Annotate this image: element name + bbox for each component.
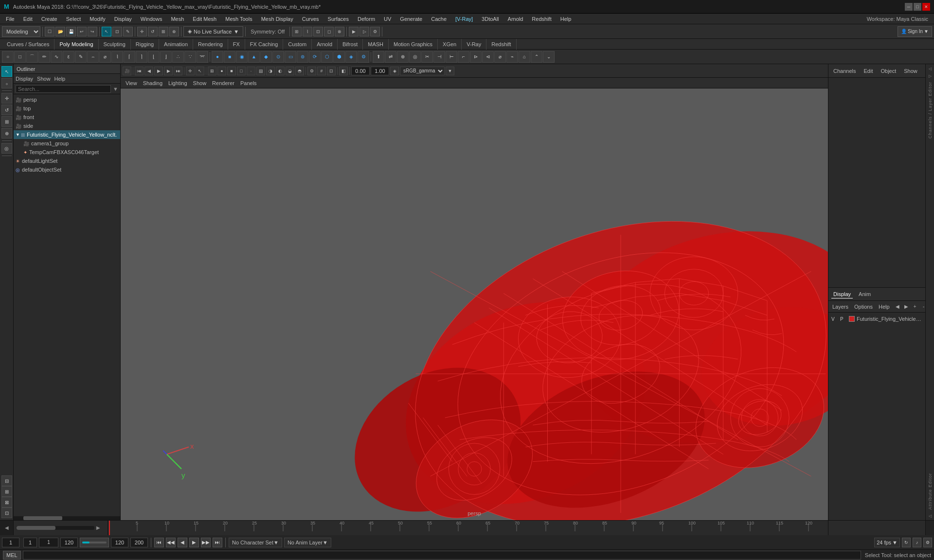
layer-add-icon[interactable]: + <box>911 303 919 311</box>
select-tool[interactable]: ↖ <box>1 66 12 77</box>
no-character-set-btn[interactable]: No Character Set ▼ <box>229 538 282 547</box>
layer-row[interactable]: V P Futuristic_Flying_Vehicle_Yello <box>829 314 924 324</box>
shelf-arc[interactable]: ⌒ <box>26 51 38 63</box>
vp-menu-lighting[interactable]: Lighting <box>165 79 190 87</box>
object-tab[interactable]: Object <box>879 67 898 75</box>
vp-smooth-icon[interactable]: ● <box>217 67 226 75</box>
menu-curves[interactable]: Curves <box>298 15 323 23</box>
shelf-square[interactable]: □ <box>14 51 26 63</box>
vp-menu-renderer[interactable]: Renderer <box>209 79 237 87</box>
outliner-item-lightset[interactable]: ☀ defaultLightSet <box>14 157 120 165</box>
layers-sub-btn[interactable]: Layers <box>830 303 850 311</box>
snap-surface-icon[interactable]: ◻ <box>324 27 334 36</box>
shelf-smooth[interactable]: ⌀ <box>494 51 506 63</box>
search-input[interactable] <box>16 85 111 93</box>
menu-redshift[interactable]: Redshift <box>528 15 555 23</box>
vp-camera-settings[interactable]: ⚙ <box>307 67 316 75</box>
shelf-curve3[interactable]: ⌉ <box>136 51 147 63</box>
outliner-scroll-thumb[interactable] <box>23 516 62 520</box>
rotate-icon[interactable]: ↺ <box>148 27 158 36</box>
tab-xgen[interactable]: XGen <box>438 39 462 50</box>
range-end-input2[interactable] <box>111 538 128 547</box>
menu-windows[interactable]: Windows <box>137 15 166 23</box>
shelf-helix[interactable]: ⟳ <box>309 51 321 63</box>
shelf-poke[interactable]: ⊳ <box>470 51 482 63</box>
tab-curves-surfaces[interactable]: Curves / Surfaces <box>2 39 54 50</box>
tl-outliner-scrollbar-thumb[interactable] <box>17 526 55 530</box>
maximize-btn[interactable]: □ <box>914 3 921 11</box>
vp-shadow-icon[interactable]: ◑ <box>266 67 275 75</box>
layer-v-check[interactable]: V <box>831 316 838 322</box>
new-scene-icon[interactable]: ☐ <box>45 27 54 36</box>
outliner-item-top[interactable]: 🎥 top <box>14 104 120 113</box>
shelf-extrude[interactable]: ⬆ <box>373 51 384 63</box>
vp-show-grid[interactable]: # <box>317 67 326 75</box>
play-fwd-btn[interactable]: ▶ <box>189 538 199 547</box>
shelf-sphere[interactable]: ● <box>212 51 223 63</box>
vp-iso-select[interactable]: ◧ <box>339 67 348 75</box>
shelf-circle[interactable]: ○ <box>2 51 14 63</box>
move-tool[interactable]: ✛ <box>1 93 12 104</box>
quick-layout4-icon[interactable]: ⊡ <box>1 508 12 518</box>
universal-manip-icon[interactable]: ⊕ <box>169 27 179 36</box>
viewport-canvas[interactable]: x y persp <box>121 88 828 520</box>
tab-custom[interactable]: Custom <box>283 39 312 50</box>
scale-tool[interactable]: ⊞ <box>1 116 12 127</box>
layer-color-swatch[interactable] <box>849 316 855 322</box>
mel-label[interactable]: MEL <box>3 551 21 560</box>
shelf-connect[interactable]: ⊣ <box>433 51 445 63</box>
shelf-bezier[interactable]: ∿ <box>51 51 62 63</box>
shelf-torus[interactable]: ⊙ <box>272 51 284 63</box>
make-live-icon[interactable]: ⊗ <box>335 27 344 36</box>
menu-arnold[interactable]: Arnold <box>504 15 527 23</box>
tab-rigging[interactable]: Rigging <box>131 39 159 50</box>
shelf-sculpt[interactable]: ⌁ <box>506 51 518 63</box>
play-back-btn[interactable]: ◀ <box>178 538 187 547</box>
help-sub-btn[interactable]: Help <box>877 303 892 311</box>
show-manip-tool[interactable]: ⊕ <box>1 128 12 139</box>
tab-bifrost[interactable]: Bifrost <box>338 39 363 50</box>
timeline-track[interactable]: 5 10 15 20 25 30 35 40 45 50 5 <box>108 521 828 535</box>
snap-point-icon[interactable]: ⊡ <box>313 27 323 36</box>
shelf-gear[interactable]: ⚙ <box>358 51 369 63</box>
tab-vray[interactable]: V-Ray <box>462 39 486 50</box>
shelf-cylinder[interactable]: ◉ <box>236 51 248 63</box>
frame-range-bar[interactable]: 1 <box>39 538 58 547</box>
menu-mesh-tools[interactable]: Mesh Tools <box>221 15 256 23</box>
menu-create[interactable]: Create <box>37 15 61 23</box>
vp-hud-icon[interactable]: ⊡ <box>327 67 336 75</box>
rotate-tool[interactable]: ↺ <box>1 105 12 115</box>
tab-arnold[interactable]: Arnold <box>312 39 338 50</box>
outliner-item-camera-group[interactable]: 🎥 camera1_group <box>14 139 120 148</box>
vp-menu-view[interactable]: View <box>123 79 140 87</box>
mode-dropdown[interactable]: Modeling Rigging Animation <box>2 26 40 37</box>
sign-in-btn[interactable]: 👤 Sign In ▼ <box>898 26 932 37</box>
open-scene-icon[interactable]: 📂 <box>55 27 65 36</box>
snap-curve-icon[interactable]: ⌇ <box>303 27 312 36</box>
select-icon[interactable]: ↖ <box>102 27 111 36</box>
shelf-reduce[interactable]: ⊲ <box>482 51 494 63</box>
menu-surfaces[interactable]: Surfaces <box>324 15 353 23</box>
tab-sculpting[interactable]: Sculpting <box>99 39 131 50</box>
audio-btn[interactable]: ♪ <box>913 538 921 547</box>
tl-outliner-scroll-left[interactable]: ◀ <box>0 521 14 535</box>
scale-icon[interactable]: ⊞ <box>159 27 168 36</box>
paint-tool[interactable]: ⬦ <box>1 78 12 88</box>
shelf-wedge[interactable]: ⊢ <box>446 51 457 63</box>
vp-prev-frame[interactable]: ⏮ <box>135 67 144 75</box>
outliner-item-persp[interactable]: 🎥 persp <box>14 95 120 104</box>
vp-menu-panels[interactable]: Panels <box>237 79 260 87</box>
show-tab[interactable]: Show <box>902 67 919 75</box>
tab-rendering[interactable]: Rendering <box>193 39 228 50</box>
layer-p-check[interactable]: P <box>840 316 847 322</box>
vp-motion-blur-icon[interactable]: ◒ <box>286 67 294 75</box>
vp-flat-icon[interactable]: ■ <box>227 67 236 75</box>
save-scene-icon[interactable]: 💾 <box>66 27 76 36</box>
paint-select-icon[interactable]: ✎ <box>123 27 133 36</box>
settings-btn[interactable]: ⚙ <box>923 538 932 547</box>
shelf-super-ellipse[interactable]: ◈ <box>345 51 357 63</box>
vp-menu-shading[interactable]: Shading <box>140 79 165 87</box>
range-end-input[interactable] <box>60 538 78 547</box>
shelf-curve2[interactable]: ⌈ <box>124 51 135 63</box>
vp-step-fwd[interactable]: ▶ <box>164 67 173 75</box>
